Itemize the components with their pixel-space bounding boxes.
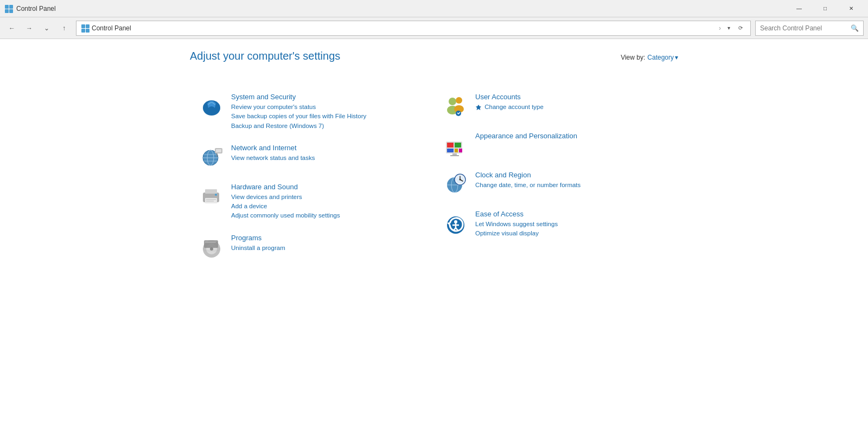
network-internet-text: Network and Internet View network status… [231,144,425,163]
view-by-value-text: Category [647,54,674,61]
svg-point-31 [456,97,462,104]
recent-locations-button[interactable]: ⌄ [39,21,54,36]
appearance-text: Appearance and Personalization [475,132,669,142]
svg-rect-16 [216,149,221,152]
view-by-label: View by: [621,54,645,61]
hardware-sound-link-2[interactable]: Add a device [231,202,425,211]
hardware-sound-title[interactable]: Hardware and Sound [231,183,425,191]
svg-rect-21 [206,201,214,202]
category-system-security: System and Security Review your computer… [190,86,434,137]
svg-rect-0 [5,5,9,9]
user-accounts-link-1[interactable]: Change account type [475,103,669,112]
address-separator: › [719,24,721,32]
svg-point-29 [449,98,456,105]
hardware-sound-text: Hardware and Sound View devices and prin… [231,183,425,221]
search-button[interactable]: 🔍 [851,24,859,32]
svg-rect-5 [86,24,90,28]
title-bar-left: Control Panel [4,4,56,13]
svg-point-22 [215,194,217,196]
system-security-link-3[interactable]: Backup and Restore (Windows 7) [231,121,425,131]
view-by-dropdown[interactable]: Category ▾ [647,54,678,61]
programs-text: Programs Uninstall a program [231,234,425,253]
categories-grid: System and Security Review your computer… [190,86,678,266]
address-bar[interactable]: Control Panel › ▾ ⟳ [76,21,751,36]
main-content: Adjust your computer's settings View by:… [0,39,868,277]
window-title: Control Panel [16,5,56,12]
svg-rect-39 [459,149,462,152]
up-button[interactable]: ↑ [56,21,72,36]
programs-title[interactable]: Programs [231,234,425,242]
ease-of-access-icon [443,210,469,236]
network-internet-link-1[interactable]: View network status and tasks [231,153,425,163]
clock-region-title[interactable]: Clock and Region [475,171,669,179]
programs-icon [199,234,225,260]
search-input[interactable] [760,24,851,32]
svg-rect-37 [447,149,454,152]
svg-rect-4 [81,24,85,28]
clock-region-link-1[interactable]: Change date, time, or number formats [475,181,669,190]
back-button[interactable]: ← [4,21,20,36]
right-column: User Accounts Change account type [434,86,678,266]
programs-link-1[interactable]: Uninstall a program [231,244,425,253]
search-bar[interactable]: 🔍 [755,21,864,36]
user-accounts-icon [443,93,469,119]
svg-rect-28 [205,241,216,243]
page-title: Adjust your computer's settings [190,50,340,62]
hardware-sound-link-1[interactable]: View devices and printers [231,193,425,202]
address-dropdown-button[interactable]: ▾ [723,23,734,34]
svg-point-50 [459,179,461,181]
minimize-button[interactable]: — [787,0,812,17]
maximize-button[interactable]: □ [813,0,838,17]
svg-rect-36 [455,143,461,148]
svg-rect-42 [450,155,459,156]
address-text: Control Panel [92,24,717,32]
category-network-internet: Network and Internet View network status… [190,137,434,176]
category-clock-region: Clock and Region Change date, time, or n… [434,164,678,203]
system-security-link-1[interactable]: Review your computer's status [231,103,425,112]
close-button[interactable]: ✕ [839,0,864,17]
system-security-text: System and Security Review your computer… [231,93,425,131]
svg-rect-40 [447,143,454,148]
category-hardware-sound: Hardware and Sound View devices and prin… [190,176,434,227]
svg-rect-3 [9,9,13,13]
ease-of-access-title[interactable]: Ease of Access [475,210,669,218]
svg-rect-2 [5,9,9,13]
appearance-icon [443,132,469,158]
svg-rect-1 [9,5,13,9]
system-security-title[interactable]: System and Security [231,93,425,101]
category-user-accounts: User Accounts Change account type [434,86,678,125]
ease-of-access-link-2[interactable]: Optimize visual display [475,229,669,238]
hardware-sound-link-3[interactable]: Adjust commonly used mobility settings [231,211,425,220]
left-column: System and Security Review your computer… [190,86,434,266]
svg-rect-7 [86,29,90,33]
network-internet-icon [199,144,225,170]
window-controls: — □ ✕ [787,0,864,17]
category-ease-of-access: Ease of Access Let Windows suggest setti… [434,203,678,245]
system-security-link-2[interactable]: Save backup copies of your files with Fi… [231,112,425,121]
view-by-chevron-icon: ▾ [675,54,678,61]
category-programs: Programs Uninstall a program [190,227,434,266]
svg-rect-38 [455,149,458,152]
clock-region-text: Clock and Region Change date, time, or n… [475,171,669,190]
ease-of-access-text: Ease of Access Let Windows suggest setti… [475,210,669,239]
network-internet-title[interactable]: Network and Internet [231,144,425,152]
svg-rect-20 [206,199,216,200]
clock-region-icon [443,171,469,197]
system-security-icon [199,93,225,119]
appearance-title[interactable]: Appearance and Personalization [475,132,669,140]
control-panel-nav-icon [81,24,90,33]
user-accounts-title[interactable]: User Accounts [475,93,669,101]
app-icon [4,4,13,13]
svg-point-53 [454,220,457,223]
hardware-sound-icon [199,183,225,209]
view-by-control: View by: Category ▾ [621,54,678,61]
refresh-button[interactable]: ⟳ [735,23,746,34]
svg-rect-6 [81,29,85,33]
address-bar-buttons: ▾ ⟳ [723,23,746,34]
forward-button[interactable]: → [22,21,37,36]
category-appearance: Appearance and Personalization [434,125,678,164]
svg-rect-18 [205,189,217,194]
user-accounts-badge-icon [475,104,482,111]
ease-of-access-link-1[interactable]: Let Windows suggest settings [475,220,669,229]
title-bar: Control Panel — □ ✕ [0,0,868,17]
